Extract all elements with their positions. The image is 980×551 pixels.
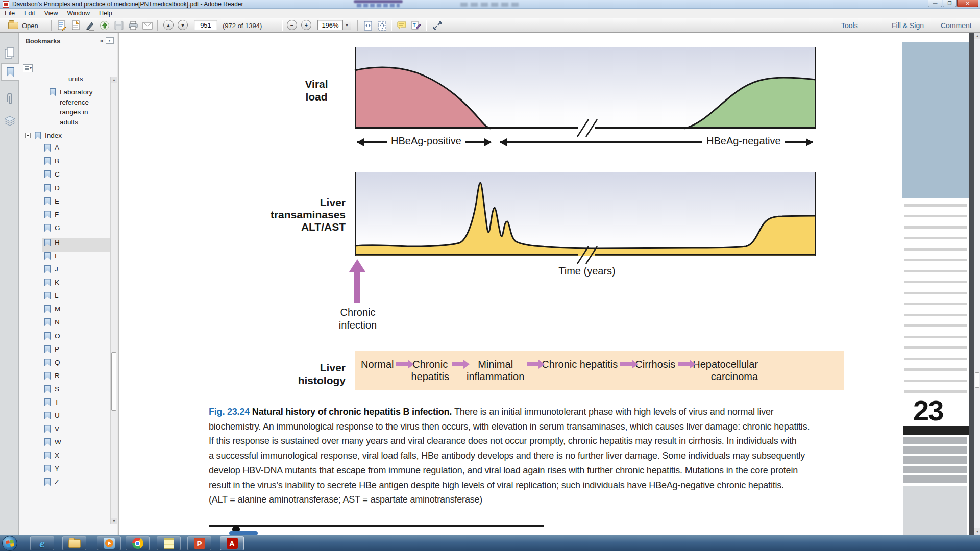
menu-bar: File Edit View Window Help — [0, 9, 980, 18]
overlay-artifact — [357, 4, 400, 7]
taskbar-chrome[interactable] — [126, 536, 150, 550]
tab-comment[interactable]: Comment — [941, 20, 972, 31]
maximize-button[interactable]: ❐ — [943, 0, 957, 7]
page-number-input[interactable]: 951 — [194, 20, 217, 30]
histology-stage: Chronic hepatitis — [542, 358, 618, 370]
bookmark-item-letter[interactable]: G — [44, 224, 60, 232]
media-player-icon — [104, 538, 115, 549]
taskbar-media-player[interactable] — [97, 536, 121, 550]
bookmark-item-letter[interactable]: C — [44, 170, 60, 178]
attachments-icon[interactable] — [2, 90, 18, 107]
save-icon[interactable] — [113, 20, 125, 31]
start-button[interactable] — [2, 536, 17, 551]
bookmark-item-letter[interactable]: S — [44, 385, 59, 393]
bookmark-item-letter[interactable]: E — [44, 197, 59, 205]
taskbar-internet-explorer[interactable]: e — [30, 536, 54, 550]
bookmark-item-letter[interactable]: Q — [44, 359, 60, 366]
bookmark-item-letter[interactable]: L — [44, 292, 59, 299]
bookmark-item-index[interactable]: Index — [25, 132, 62, 139]
bookmark-item-letter[interactable]: I — [44, 252, 57, 260]
scroll-down-icon[interactable]: ▼ — [974, 528, 980, 535]
bookmark-item-partial[interactable]: units — [68, 75, 83, 83]
bookmarks-panel-title: Bookmarks — [26, 38, 60, 45]
fit-width-icon[interactable] — [362, 20, 374, 31]
histology-band: Normal Chronichepatitis Minimalinflammat… — [355, 351, 844, 390]
bookmark-item-letter[interactable]: D — [44, 184, 60, 192]
svg-text:T: T — [413, 22, 416, 28]
upload-cloud-icon[interactable] — [99, 20, 110, 31]
windows-flag-icon — [6, 540, 14, 547]
panel-scrollbar[interactable]: ▲ ▼ — [110, 77, 117, 524]
document-scrollbar[interactable]: ▲ ▼ — [974, 33, 980, 535]
bookmark-item-letter[interactable]: O — [44, 332, 60, 340]
internet-explorer-icon: e — [39, 537, 45, 550]
bookmark-item-letter[interactable]: F — [44, 211, 59, 218]
bookmark-item-letter[interactable]: J — [44, 265, 58, 273]
bookmark-item-letter[interactable]: N — [44, 318, 60, 326]
stage-arrow-icon — [620, 362, 632, 366]
open-folder-icon — [8, 22, 18, 29]
previous-page-button[interactable]: ▲ — [163, 20, 174, 30]
bookmark-item-letter[interactable]: P — [44, 345, 59, 353]
next-page-button[interactable]: ▼ — [178, 20, 188, 30]
bookmark-options-icon[interactable] — [23, 64, 33, 72]
overlay-artifact — [460, 3, 521, 7]
menu-edit[interactable]: Edit — [19, 10, 40, 17]
fill-sign-icon[interactable]: T — [410, 20, 422, 31]
bookmark-item-letter[interactable]: R — [44, 372, 60, 380]
sign-pen-icon[interactable] — [85, 20, 96, 31]
collapse-minus-icon[interactable] — [25, 133, 31, 138]
taskbar-notepad[interactable] — [157, 536, 181, 550]
bookmark-item-letter[interactable]: K — [44, 279, 59, 286]
minimize-button[interactable]: — — [928, 0, 942, 7]
pdf-app-icon — [3, 1, 9, 8]
taskbar-powerpoint[interactable]: P — [187, 536, 211, 550]
print-icon[interactable] — [128, 20, 139, 31]
bookmark-item-letter[interactable]: Z — [44, 478, 59, 486]
scroll-up-icon[interactable]: ▲ — [974, 33, 980, 39]
taskbar-windows-explorer[interactable] — [62, 536, 86, 550]
zoom-out-button[interactable]: − — [287, 20, 297, 30]
bookmark-item-laboratory[interactable]: Laboratory reference ranges in adults — [50, 87, 93, 127]
email-icon[interactable] — [142, 20, 153, 31]
bookmark-item-letter[interactable]: Y — [44, 465, 59, 472]
fit-page-icon[interactable] — [377, 20, 388, 31]
taskbar-adobe-reader[interactable]: A — [220, 536, 244, 550]
tab-fill-sign[interactable]: Fill & Sign — [892, 20, 924, 31]
menu-window[interactable]: Window — [63, 10, 94, 17]
page-thumbnails-icon[interactable] — [2, 45, 18, 62]
sidebar-text-lines — [904, 204, 967, 398]
bookmarks-panel-icon[interactable] — [1, 63, 19, 81]
collapse-panel-icon[interactable]: « — [100, 37, 104, 44]
bookmark-item-letter-selected[interactable]: H — [44, 239, 60, 246]
save-as-icon[interactable] — [56, 20, 67, 31]
document-scroll-thumb[interactable] — [975, 372, 979, 388]
menu-help[interactable]: Help — [94, 10, 117, 17]
bookmark-ribbon-icon — [35, 132, 41, 139]
close-button[interactable]: ✕ — [957, 0, 978, 7]
bookmark-item-letter[interactable]: M — [44, 305, 60, 313]
layers-icon[interactable] — [2, 112, 18, 130]
menu-file[interactable]: File — [0, 10, 19, 17]
convert-pdf-icon[interactable] — [70, 20, 82, 31]
panel-menu-icon[interactable]: ▸ — [106, 37, 114, 44]
bookmarks-panel: Bookmarks « ▸ units Laboratory reference… — [19, 33, 117, 535]
panel-scroll-thumb[interactable] — [111, 352, 116, 411]
bookmark-item-letter[interactable]: T — [44, 398, 59, 406]
fullscreen-icon[interactable] — [432, 20, 443, 31]
figure-caption: Fig. 23.24 Natural history of chronic he… — [209, 405, 895, 507]
zoom-level-input[interactable]: 196% — [317, 20, 343, 30]
zoom-in-button[interactable]: + — [301, 20, 311, 30]
bookmark-item-letter[interactable]: U — [44, 412, 60, 419]
tab-tools[interactable]: Tools — [841, 20, 858, 31]
bookmark-item-letter[interactable]: B — [44, 157, 59, 165]
bookmark-item-letter[interactable]: X — [44, 452, 59, 459]
stage-arrow-icon — [678, 362, 690, 366]
menu-view[interactable]: View — [40, 10, 63, 17]
open-button[interactable]: Open — [8, 20, 38, 31]
bookmark-item-letter[interactable]: W — [44, 438, 61, 446]
zoom-dropdown-button[interactable]: ▼ — [343, 20, 351, 30]
bookmark-item-letter[interactable]: V — [44, 425, 59, 433]
bookmark-item-letter[interactable]: A — [44, 144, 59, 152]
comment-bubble-icon[interactable] — [396, 20, 407, 31]
